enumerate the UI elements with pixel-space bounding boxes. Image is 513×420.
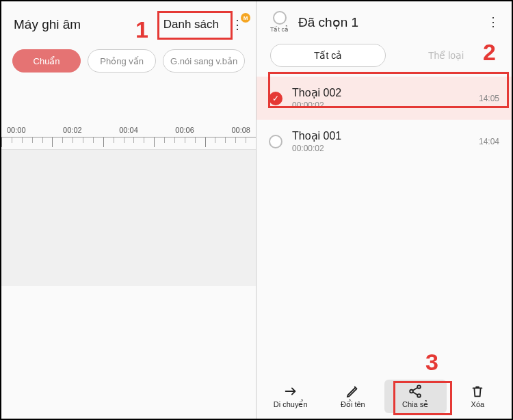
rename-button[interactable]: Đổi tên xyxy=(321,380,384,413)
arrow-right-icon xyxy=(283,384,298,399)
share-icon xyxy=(408,384,423,399)
timeline-labels: 00:00 00:02 00:04 00:06 00:08 xyxy=(1,126,256,134)
filter-row: Tất cả Thể loại xyxy=(256,38,512,77)
left-header: Máy ghi âm Danh sách ⋮ M xyxy=(1,1,256,42)
recording-item[interactable]: ✓ Thoại 002 00:00:02 14:05 xyxy=(256,77,512,120)
mode-interview[interactable]: Phỏng vấn xyxy=(88,49,156,73)
recording-name: Thoại 001 xyxy=(292,129,469,142)
tick-label: 00:04 xyxy=(119,126,138,134)
checkbox-checked-icon[interactable]: ✓ xyxy=(269,92,282,105)
tick-label: 00:08 xyxy=(231,126,250,134)
right-header: Tất cả Đã chọn 1 ⋮ xyxy=(256,1,512,38)
action-label: Đổi tên xyxy=(341,400,365,409)
checkbox-empty-icon xyxy=(273,11,287,25)
app-title: Máy ghi âm xyxy=(14,17,81,32)
recording-duration: 00:00:02 xyxy=(292,101,469,110)
mode-standard[interactable]: Chuẩn xyxy=(12,49,81,73)
left-header-right: Danh sách ⋮ M xyxy=(155,14,246,36)
pencil-icon xyxy=(345,384,360,399)
recording-time: 14:04 xyxy=(479,137,499,146)
recording-info: Thoại 001 00:00:02 xyxy=(292,129,469,153)
more-menu-icon[interactable]: ⋮ M xyxy=(227,17,246,32)
recording-info: Thoại 002 00:00:02 xyxy=(292,86,469,110)
select-all-toggle[interactable]: Tất cả xyxy=(270,11,289,33)
recording-duration: 00:00:02 xyxy=(292,144,469,153)
filter-category-button[interactable]: Thể loại xyxy=(394,50,498,61)
action-label: Di chuyển xyxy=(274,400,308,409)
list-button[interactable]: Danh sách xyxy=(155,14,227,36)
checkbox-empty-icon[interactable] xyxy=(269,135,282,148)
delete-button[interactable]: Xóa xyxy=(447,380,509,413)
more-menu-icon[interactable]: ⋮ xyxy=(483,14,502,29)
tick-label: 00:02 xyxy=(63,126,82,134)
action-label: Xóa xyxy=(471,400,485,408)
filter-all-button[interactable]: Tất cả xyxy=(270,44,386,67)
tick-label: 00:00 xyxy=(7,126,26,134)
recording-name: Thoại 002 xyxy=(292,86,469,99)
recording-item[interactable]: Thoại 001 00:00:02 14:04 xyxy=(256,120,512,163)
list-pane: Tất cả Đã chọn 1 ⋮ Tất cả Thể loại ✓ Tho… xyxy=(256,1,512,419)
waveform-area xyxy=(1,149,256,286)
mode-row: Chuẩn Phỏng vấn G.nói sang v.bản xyxy=(1,42,256,85)
select-all-label: Tất cả xyxy=(270,26,289,33)
mode-convert[interactable]: G.nói sang v.bản xyxy=(163,49,245,73)
recorder-pane: Máy ghi âm Danh sách ⋮ M Chuẩn Phỏng vấn… xyxy=(1,1,256,419)
selected-count: Đã chọn 1 xyxy=(298,14,473,30)
timeline-ruler xyxy=(1,137,256,149)
bottom-actions: Di chuyển Đổi tên Chia sẻ Xóa xyxy=(256,376,512,419)
move-button[interactable]: Di chuyển xyxy=(259,380,321,413)
recording-time: 14:05 xyxy=(479,94,499,103)
share-button[interactable]: Chia sẻ xyxy=(384,380,447,413)
timeline: 00:00 00:02 00:04 00:06 00:08 xyxy=(1,126,256,286)
tick-label: 00:06 xyxy=(175,126,194,134)
badge: M xyxy=(241,13,250,23)
action-label: Chia sẻ xyxy=(402,400,428,409)
trash-icon xyxy=(470,384,485,399)
